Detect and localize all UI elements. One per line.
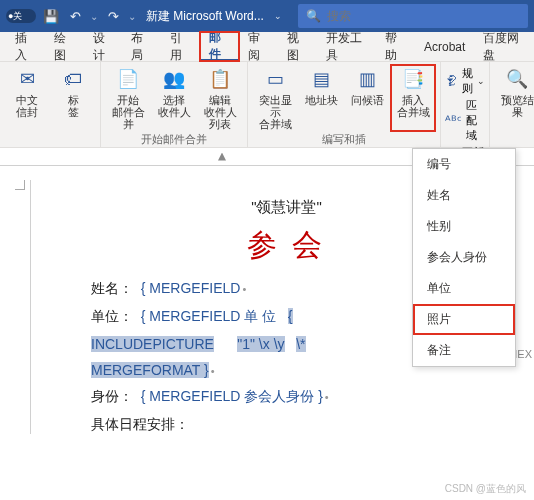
group-label-start-merge: 开始邮件合并 (141, 132, 207, 147)
insert-field-icon: 📑 (400, 66, 426, 92)
ribbon-group-create: ✉中文信封 🏷标签 (0, 62, 101, 147)
dropdown-item-remark[interactable]: 备注 (413, 335, 515, 366)
tab-insert[interactable]: 插入 (6, 32, 45, 61)
dropdown-item-photo[interactable]: 照片 (413, 304, 515, 335)
edit-list-icon: 📋 (207, 66, 233, 92)
field-schedule: 具体日程安排： (91, 416, 482, 434)
ribbon-rules-column: 🕏规则⌄ ᴬᴮᶜ匹配域 🗂更新标签 (441, 62, 490, 147)
title-chevron-icon[interactable]: ⌄ (274, 11, 282, 21)
undo-icon[interactable]: ↶ (66, 7, 84, 25)
save-icon[interactable]: 💾 (42, 7, 60, 25)
dropdown-item-name[interactable]: 姓名 (413, 180, 515, 211)
dropdown-item-role[interactable]: 参会人身份 (413, 242, 515, 273)
ribbon-group-write-insert: ▭突出显示合并域 ▤地址块 ▥问候语 📑插入合并域 编写和插 (248, 62, 441, 147)
tab-acrobat[interactable]: Acrobat (415, 32, 474, 61)
margin-marker (15, 180, 25, 190)
match-fields-button[interactable]: ᴬᴮᶜ匹配域 (445, 98, 485, 143)
recipients-icon: 👥 (161, 66, 187, 92)
highlight-fields-button[interactable]: ▭突出显示合并域 (254, 66, 296, 130)
rules-icon: 🕏 (445, 74, 458, 89)
rules-button[interactable]: 🕏规则⌄ (445, 66, 485, 96)
tab-view[interactable]: 视图 (278, 32, 317, 61)
watermark: CSDN @蓝色的风 (445, 482, 526, 496)
undo-chevron-icon[interactable]: ⌄ (90, 11, 98, 22)
greeting-line-button[interactable]: ▥问候语 (346, 66, 388, 130)
preview-results-button[interactable]: 🔍预览结果 (496, 66, 534, 118)
group-label-write: 编写和插 (322, 132, 366, 147)
search-input[interactable] (327, 9, 520, 23)
tab-mailings[interactable]: 邮件 (200, 32, 239, 61)
tab-layout[interactable]: 布局 (122, 32, 161, 61)
tab-design[interactable]: 设计 (84, 32, 123, 61)
address-block-button[interactable]: ▤地址块 (300, 66, 342, 130)
ribbon-tabs: 插入 绘图 设计 布局 引用 邮件 审阅 视图 开发工具 帮助 Acrobat … (0, 32, 534, 62)
merge-icon: 📄 (115, 66, 141, 92)
envelopes-button[interactable]: ✉中文信封 (6, 66, 48, 118)
tab-developer[interactable]: 开发工具 (317, 32, 377, 61)
select-recipients-button[interactable]: 👥选择收件人 (153, 66, 195, 130)
tab-baidu[interactable]: 百度网盘 (474, 32, 534, 61)
autosave-toggle[interactable]: ●关 (6, 9, 36, 23)
title-bar: ●关 💾 ↶ ⌄ ↷ ⌄ 新建 Microsoft Word... ⌄ 🔍 (0, 0, 534, 32)
tab-help[interactable]: 帮助 (376, 32, 415, 61)
dropdown-item-id[interactable]: 编号 (413, 149, 515, 180)
dropdown-item-gender[interactable]: 性别 (413, 211, 515, 242)
indent-marker[interactable] (218, 153, 226, 161)
ribbon-group-preview: 🔍预览结果 (490, 62, 534, 147)
preview-icon: 🔍 (504, 66, 530, 92)
tab-references[interactable]: 引用 (161, 32, 200, 61)
envelope-icon: ✉ (14, 66, 40, 92)
highlight-icon: ▭ (262, 66, 288, 92)
qat-chevron-icon[interactable]: ⌄ (128, 11, 136, 22)
label-icon: 🏷 (60, 66, 86, 92)
search-icon: 🔍 (306, 9, 321, 23)
dropdown-item-unit[interactable]: 单位 (413, 273, 515, 304)
document-title: 新建 Microsoft Word... (146, 8, 264, 25)
field-role: 身份： { MERGEFIELD 参会人身份 }• (91, 388, 482, 406)
tab-review[interactable]: 审阅 (239, 32, 278, 61)
insert-merge-field-button[interactable]: 📑插入合并域 (392, 66, 434, 130)
match-icon: ᴬᴮᶜ (445, 113, 462, 128)
labels-button[interactable]: 🏷标签 (52, 66, 94, 118)
redo-icon[interactable]: ↷ (104, 7, 122, 25)
ribbon: ✉中文信封 🏷标签 📄开始邮件合并 👥选择收件人 📋编辑收件人列表 开始邮件合并… (0, 62, 534, 148)
greeting-icon: ▥ (354, 66, 380, 92)
search-box[interactable]: 🔍 (298, 4, 528, 28)
address-icon: ▤ (308, 66, 334, 92)
start-merge-button[interactable]: 📄开始邮件合并 (107, 66, 149, 130)
edit-recipients-button[interactable]: 📋编辑收件人列表 (199, 66, 241, 130)
ribbon-group-start-merge: 📄开始邮件合并 👥选择收件人 📋编辑收件人列表 开始邮件合并 (101, 62, 248, 147)
insert-merge-field-dropdown: 编号 姓名 性别 参会人身份 单位 照片 备注 (412, 148, 516, 367)
tab-draw[interactable]: 绘图 (45, 32, 84, 61)
